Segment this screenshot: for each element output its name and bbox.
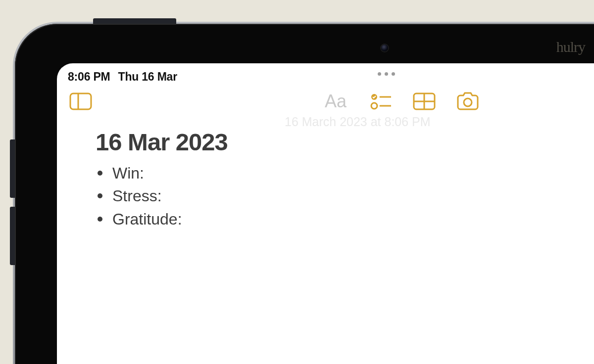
note-title: 16 Mar 2023 xyxy=(96,128,594,156)
toggle-sidebar-button[interactable] xyxy=(66,90,96,113)
ipad-volume-down-button xyxy=(10,207,15,265)
camera-icon xyxy=(456,92,480,111)
list-item: Gratitude: xyxy=(112,208,594,230)
text-format-icon: Aa xyxy=(325,91,349,111)
checklist-icon xyxy=(370,93,391,110)
note-body[interactable]: 16 Mar 2023 Win: Stress: Gratitude: xyxy=(57,118,594,230)
table-icon xyxy=(413,92,436,110)
svg-point-5 xyxy=(371,103,377,109)
status-bar: 8:06 PM Thu 16 Mar xyxy=(57,63,594,86)
svg-rect-0 xyxy=(70,93,91,109)
notes-app-screen: 8:06 PM Thu 16 Mar Aa xyxy=(57,63,594,364)
checklist-button[interactable] xyxy=(366,90,396,113)
insert-table-button[interactable] xyxy=(409,90,439,113)
status-time: 8:06 PM xyxy=(68,70,110,84)
status-date: Thu 16 Mar xyxy=(118,70,177,84)
list-item: Stress: xyxy=(112,184,594,207)
multitasking-dots-icon[interactable] xyxy=(378,72,395,76)
text-format-button[interactable]: Aa xyxy=(322,90,352,113)
sidebar-icon xyxy=(69,92,92,110)
ipad-volume-up-button xyxy=(10,139,15,198)
note-bullet-list: Win: Stress: Gratitude: xyxy=(96,162,594,230)
list-item: Win: xyxy=(112,162,594,184)
share-button[interactable] xyxy=(589,90,594,113)
notes-toolbar: Aa xyxy=(57,86,594,118)
ipad-front-camera xyxy=(381,45,388,51)
svg-text:Aa: Aa xyxy=(325,91,347,111)
insert-camera-button[interactable] xyxy=(453,90,483,113)
svg-point-10 xyxy=(464,98,472,106)
ipad-device-frame: 8:06 PM Thu 16 Mar Aa xyxy=(15,24,594,364)
ipad-top-power-button xyxy=(93,18,176,24)
